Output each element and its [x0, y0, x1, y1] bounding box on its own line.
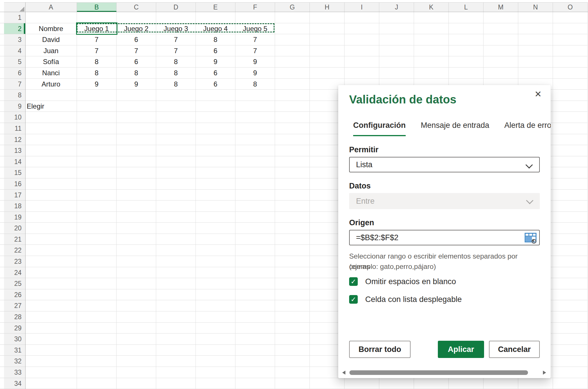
cell-C25[interactable]: [117, 278, 156, 289]
cell-K5[interactable]: [414, 56, 449, 68]
cell-F26[interactable]: [235, 289, 275, 301]
column-header-I[interactable]: I: [345, 2, 379, 12]
column-header-D[interactable]: D: [156, 2, 196, 12]
tab-mensaje-de-entrada[interactable]: Mensaje de entrada: [421, 120, 489, 136]
cell-E9[interactable]: [196, 101, 235, 112]
row-header-23[interactable]: 23: [0, 256, 25, 267]
cell-C7[interactable]: 9: [117, 79, 156, 90]
cell-O10[interactable]: [553, 112, 588, 123]
cell-L3[interactable]: [449, 34, 483, 45]
cell-B18[interactable]: [77, 201, 117, 212]
tab-configuracion[interactable]: Configuración: [353, 120, 406, 136]
cell-G15[interactable]: [275, 167, 310, 178]
cell-O3[interactable]: [553, 34, 588, 45]
cell-G25[interactable]: [275, 278, 310, 289]
cell-A25[interactable]: [25, 278, 77, 289]
column-header-L[interactable]: L: [449, 2, 483, 12]
cell-G7[interactable]: [275, 79, 310, 90]
cell-E33[interactable]: [196, 367, 235, 378]
cell-C6[interactable]: 8: [117, 68, 156, 79]
cell-E4[interactable]: 6: [196, 45, 235, 57]
cell-D21[interactable]: [156, 234, 196, 245]
cell-E1[interactable]: [196, 12, 235, 23]
cell-B23[interactable]: [77, 256, 117, 267]
cell-E6[interactable]: 6: [196, 68, 235, 79]
cell-E17[interactable]: [196, 190, 235, 201]
cell-G14[interactable]: [275, 156, 310, 167]
cell-G21[interactable]: [275, 234, 310, 245]
cell-G13[interactable]: [275, 145, 310, 156]
row-header-24[interactable]: 24: [0, 267, 25, 278]
cell-B4[interactable]: 7: [77, 45, 117, 57]
cell-C27[interactable]: [117, 300, 156, 311]
cell-G34[interactable]: [275, 378, 310, 389]
cell-O18[interactable]: [553, 201, 588, 212]
cell-I1[interactable]: [345, 12, 379, 23]
cell-O28[interactable]: [553, 311, 588, 323]
cell-N2[interactable]: [518, 23, 553, 34]
cell-D5[interactable]: 8: [156, 56, 196, 68]
cell-H5[interactable]: [310, 56, 345, 68]
column-header-F[interactable]: F: [235, 2, 275, 12]
cell-B34[interactable]: [77, 378, 117, 389]
cell-G16[interactable]: [275, 178, 310, 190]
cell-C23[interactable]: [117, 256, 156, 267]
cell-A30[interactable]: [25, 334, 77, 345]
cell-C1[interactable]: [117, 12, 156, 23]
row-header-11[interactable]: 11: [0, 123, 25, 134]
cell-E16[interactable]: [196, 178, 235, 190]
cell-H1[interactable]: [310, 12, 345, 23]
cell-E23[interactable]: [196, 256, 235, 267]
cell-D27[interactable]: [156, 300, 196, 311]
cell-F16[interactable]: [235, 178, 275, 190]
select-all-corner[interactable]: [4, 2, 25, 12]
cell-K4[interactable]: [414, 45, 449, 57]
cell-D34[interactable]: [156, 378, 196, 389]
cell-G20[interactable]: [275, 223, 310, 234]
row-header-18[interactable]: 18: [0, 201, 25, 212]
cell-L5[interactable]: [449, 56, 483, 68]
cell-B24[interactable]: [77, 267, 117, 278]
cell-F8[interactable]: [235, 90, 275, 101]
cell-E31[interactable]: [196, 345, 235, 356]
cell-D8[interactable]: [156, 90, 196, 101]
cell-E3[interactable]: 8: [196, 34, 235, 45]
row-header-4[interactable]: 4: [0, 45, 25, 57]
cell-J4[interactable]: [379, 45, 414, 57]
cell-I5[interactable]: [345, 56, 379, 68]
cell-G23[interactable]: [275, 256, 310, 267]
cell-F28[interactable]: [235, 311, 275, 323]
row-header-26[interactable]: 26: [0, 289, 25, 301]
cell-D10[interactable]: [156, 112, 196, 123]
checkbox-checked-icon[interactable]: ✓: [349, 295, 358, 304]
cell-A9[interactable]: Elegir: [25, 101, 77, 112]
cell-C17[interactable]: [117, 190, 156, 201]
cell-E11[interactable]: [196, 123, 235, 134]
cell-F17[interactable]: [235, 190, 275, 201]
cell-G33[interactable]: [275, 367, 310, 378]
cell-O6[interactable]: [553, 68, 588, 79]
cell-O4[interactable]: [553, 45, 588, 57]
cell-O2[interactable]: [553, 23, 588, 34]
column-header-E[interactable]: E: [196, 2, 235, 12]
cell-F27[interactable]: [235, 300, 275, 311]
cell-E7[interactable]: 6: [196, 79, 235, 90]
cell-B10[interactable]: [77, 112, 117, 123]
cell-D7[interactable]: 8: [156, 79, 196, 90]
clear-all-button[interactable]: Borrar todo: [349, 341, 411, 358]
cell-C31[interactable]: [117, 345, 156, 356]
cell-B15[interactable]: [77, 167, 117, 178]
cell-A32[interactable]: [25, 356, 77, 367]
cell-E20[interactable]: [196, 223, 235, 234]
column-header-M[interactable]: M: [483, 2, 518, 12]
cell-K6[interactable]: [414, 68, 449, 79]
cell-D4[interactable]: 7: [156, 45, 196, 57]
row-header-17[interactable]: 17: [0, 190, 25, 201]
cell-A18[interactable]: [25, 201, 77, 212]
cell-C8[interactable]: [117, 90, 156, 101]
cell-O21[interactable]: [553, 234, 588, 245]
cell-H6[interactable]: [310, 68, 345, 79]
cell-O33[interactable]: [553, 367, 588, 378]
cell-B29[interactable]: [77, 323, 117, 334]
cell-C9[interactable]: [117, 101, 156, 112]
